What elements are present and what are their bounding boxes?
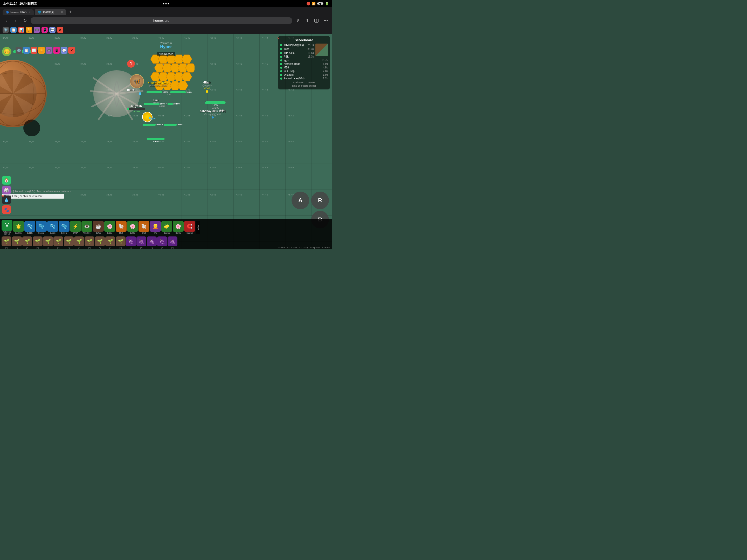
skill-soil-btn-3[interactable]: 🌱 xyxy=(22,236,32,246)
skill-label: Magnet xyxy=(184,232,195,234)
skill-soil-btn-7[interactable]: 🌱 xyxy=(64,236,74,246)
skill-label: Dahlia xyxy=(127,232,138,234)
skill-magnet[interactable]: 🧲 xyxy=(184,221,195,232)
skill-soil-9: 🌱 [9] xyxy=(84,236,95,248)
skill-soil-btn-2[interactable]: 🌱 xyxy=(12,236,22,246)
skill-key-0: [0] xyxy=(99,246,101,248)
bookmark-social[interactable]: 📱 xyxy=(42,27,48,33)
hud-btn-water[interactable]: 💧 4x xyxy=(2,195,11,204)
skill-sponge[interactable]: 🧽 xyxy=(161,221,172,232)
score-name: PBL- xyxy=(284,55,306,58)
tab-newtab[interactable]: 🌐 新标签页 ✕ xyxy=(35,9,66,15)
skill-slot: 🫧 Bubble xyxy=(47,221,58,234)
bookmark-game[interactable]: 🎮 xyxy=(34,27,40,33)
skill-dahlia2[interactable]: 🌸 xyxy=(127,221,138,232)
skill-berry-btn-7[interactable]: 🍇 xyxy=(168,236,177,246)
you-are-in-text: You are in xyxy=(160,42,172,45)
skill-soil-btn-8[interactable]: 🌱 xyxy=(74,236,84,246)
entity-horne-label: Horne xyxy=(127,87,135,92)
bookmark-settings[interactable]: ⚙️ xyxy=(3,27,9,33)
time-display: 上午11:24 xyxy=(3,2,17,6)
grid-label: 40,46 xyxy=(158,193,164,196)
toolbar-icon-discord[interactable]: 💬 xyxy=(61,47,68,54)
skill-shell1[interactable]: 🐚 xyxy=(116,221,127,232)
score-count: 6.9k xyxy=(323,62,328,65)
hud-btn-home[interactable]: 🏠 xyxy=(2,176,11,185)
toolbar-icon-stats[interactable]: 📊 xyxy=(31,47,37,54)
new-tab-button[interactable]: + xyxy=(67,9,74,15)
toolbar-icon-trophy[interactable]: 🏆 xyxy=(38,47,45,54)
bookmark-trophy[interactable]: 🏆 xyxy=(26,27,32,33)
grid-label: 34,45 xyxy=(3,166,8,169)
hud-btn-r[interactable]: R xyxy=(311,192,329,209)
hud-btn-a[interactable]: A xyxy=(291,192,309,209)
forward-button[interactable]: › xyxy=(12,17,19,24)
skill-soil-10: 🌱 [1] xyxy=(105,236,115,248)
skill-label: Bubble xyxy=(24,232,35,234)
skill-berry-btn-4[interactable]: 🍇 xyxy=(136,236,146,246)
bookmark-stats[interactable]: 📊 xyxy=(18,27,24,33)
reload-button[interactable]: ↻ xyxy=(21,17,28,24)
skill-soil-btn-1[interactable]: 🌱 xyxy=(2,236,11,246)
hud-btn-paw[interactable]: 🐾 xyxy=(2,205,11,214)
skill-berry-btn-6[interactable]: 🍇 xyxy=(157,236,167,246)
guilds-indicator[interactable]: guilds xyxy=(196,221,200,234)
menu-button[interactable]: ••• xyxy=(322,17,329,24)
skill-antennae[interactable] xyxy=(2,220,12,231)
share-button[interactable]: ⬆ xyxy=(304,17,311,24)
mic-button[interactable]: 🎙 xyxy=(294,17,301,24)
skill-key-10: [1] xyxy=(109,246,111,248)
skill-slot: 🌸 Dahlia xyxy=(104,221,115,234)
toolbar-icon-game[interactable]: 🎮 xyxy=(46,47,52,54)
skill-bar: Antennae [C][4x] 🌟 Splat Kei 🫧 Bubble 🫧 … xyxy=(0,219,332,249)
url-bar[interactable]: hornex.pro xyxy=(31,17,292,24)
back-button[interactable]: ‹ xyxy=(3,17,10,24)
skill-berry-btn-5[interactable]: 🍇 xyxy=(147,236,157,246)
svg-point-3 xyxy=(0,61,34,126)
skill-berry-3: 🍇 [3] xyxy=(126,236,136,248)
tab-close-1[interactable]: ✕ xyxy=(28,10,31,14)
chat-input[interactable]: Press [Enter] or click here to chat xyxy=(2,194,64,198)
hud-btn-dice[interactable]: 🎲 xyxy=(2,186,11,194)
skill-bubble2[interactable]: 🫧 xyxy=(36,221,47,232)
skill-shell2[interactable]: 🐚 xyxy=(138,221,149,232)
bookmark-close[interactable]: ✕ xyxy=(57,27,63,33)
toolbar-icon-social[interactable]: 📱 xyxy=(53,47,60,54)
skill-berry-btn-3[interactable]: 🍇 xyxy=(126,236,136,246)
skill-soil-btn-4[interactable]: 🌱 xyxy=(33,236,43,246)
skill-soil-btn-9[interactable]: 🌱 xyxy=(84,236,95,246)
toolbar-icon-gear[interactable]: ⚙️ xyxy=(16,47,22,54)
skill-dahlia1[interactable]: 🌸 xyxy=(104,221,115,232)
skill-thirdeye[interactable]: 👁️ xyxy=(81,221,92,232)
score-name: Pedro Lucas(97u)- xyxy=(284,77,321,80)
score-dot xyxy=(280,44,282,46)
scoreboard-close[interactable]: ✕ xyxy=(277,36,280,40)
toolbar-icon-close[interactable]: ✕ xyxy=(68,47,75,54)
tab-hornex[interactable]: 🌀 Hornex.PRO ✕ xyxy=(3,9,34,15)
tabs-button[interactable]: 2 xyxy=(313,17,320,24)
score-item: bykthorR- 1.9k xyxy=(280,73,328,76)
skill-soil-btn-5[interactable]: 🌱 xyxy=(43,236,53,246)
skill-bubble3[interactable]: 🫧 xyxy=(47,221,58,232)
skill-soil-btn-11[interactable]: 🌱 xyxy=(116,236,126,246)
tab-close-2[interactable]: ✕ xyxy=(61,10,63,14)
skill-slot: 🌟 Splat Kei xyxy=(13,221,24,234)
skill-dahlia3[interactable]: 🌸 xyxy=(173,221,184,232)
skill-soil-btn-0[interactable]: 🌱 xyxy=(95,236,105,246)
bookmark-clipboard[interactable]: 📋 xyxy=(10,27,17,33)
skill-splat[interactable]: 🌟 xyxy=(13,221,24,232)
skill-soil-btn-10[interactable]: 🌱 xyxy=(105,236,115,246)
skill-bubble1[interactable]: 🫧 xyxy=(24,221,35,232)
skill-coffee[interactable]: ☕ xyxy=(93,221,104,232)
toolbar-icon-clipboard[interactable]: 📋 xyxy=(23,47,30,54)
skill-soil-btn-6[interactable]: 🌱 xyxy=(53,236,63,246)
score-count: 1.9k xyxy=(323,73,328,76)
grid-label: 35,40 xyxy=(28,36,34,39)
skill-bubble4[interactable]: 🫧 xyxy=(59,221,70,232)
skill-wig[interactable]: 👱 xyxy=(150,221,161,232)
chat-global-message: [GLOBAL] Pedro Lucas(97u): Tavo indo bem… xyxy=(2,190,71,193)
bookmark-discord[interactable]: 💬 xyxy=(49,27,55,33)
record-button[interactable] xyxy=(307,2,310,5)
score-dot xyxy=(280,74,282,76)
skill-dmca[interactable]: ⚡ xyxy=(70,221,81,232)
